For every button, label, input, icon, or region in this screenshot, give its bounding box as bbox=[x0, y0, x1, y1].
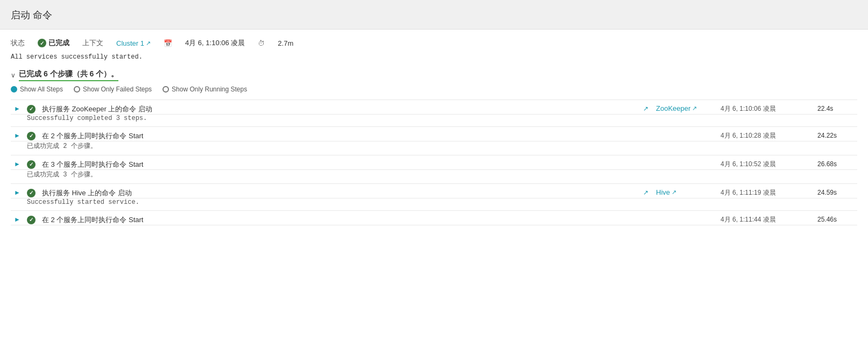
step-duration: 24.22s bbox=[817, 132, 837, 139]
filter-bar: Show All Steps Show Only Failed Steps Sh… bbox=[11, 86, 857, 93]
step-timestamp: 4月 6, 1:10:06 凌晨 bbox=[721, 105, 776, 112]
step-success-icon: ✓ bbox=[27, 105, 36, 113]
step-expand-icon[interactable]: ► bbox=[14, 105, 20, 112]
step-timestamp: 4月 6, 1:11:19 凌晨 bbox=[721, 189, 776, 196]
clock-icon: ⏱ bbox=[258, 39, 265, 47]
steps-table: ►✓执行服务 ZooKeeper 上的命令 启动↗ ZooKeeper ↗ 4月… bbox=[11, 100, 857, 225]
step-name: 执行服务 Hive 上的命令 启动 bbox=[42, 189, 132, 197]
status-success-icon: ✓ bbox=[38, 39, 46, 47]
step-name: 在 2 个服务上同时执行命令 Start bbox=[42, 132, 144, 140]
table-row: ►✓在 2 个服务上同时执行命令 Start4月 6, 1:10:28 凌晨24… bbox=[11, 127, 857, 141]
start-timestamp: 4月 6, 1:10:06 凌晨 bbox=[185, 38, 245, 48]
step-timestamp: 4月 6, 1:11:44 凌晨 bbox=[721, 216, 776, 223]
radio-running bbox=[163, 86, 169, 93]
step-expand-icon[interactable]: ► bbox=[14, 189, 20, 196]
filter-failed[interactable]: Show Only Failed Steps bbox=[74, 86, 152, 93]
filter-all-label: Show All Steps bbox=[20, 86, 63, 93]
steps-title: 已完成 6 个步骤（共 6 个）。 bbox=[19, 69, 118, 81]
calendar-icon: 📅 bbox=[164, 39, 172, 47]
step-duration: 22.4s bbox=[817, 105, 833, 112]
steps-header: ∨ 已完成 6 个步骤（共 6 个）。 bbox=[11, 69, 857, 81]
filter-all[interactable]: Show All Steps bbox=[11, 86, 63, 93]
table-row: ►✓在 2 个服务上同时执行命令 Start4月 6, 1:11:44 凌晨25… bbox=[11, 211, 857, 225]
step-duration: 26.68s bbox=[817, 160, 837, 168]
radio-failed bbox=[74, 86, 80, 93]
context-label: 上下文 bbox=[82, 38, 103, 48]
service-link[interactable]: Hive ↗ bbox=[656, 188, 714, 196]
step-duration: 24.59s bbox=[817, 189, 837, 196]
success-message: All services successfully started. bbox=[11, 53, 857, 61]
step-name: 执行服务 ZooKeeper 上的命令 启动 bbox=[42, 105, 152, 113]
table-row: ►✓执行服务 Hive 上的命令 启动↗ Hive ↗ 4月 6, 1:11:1… bbox=[11, 184, 857, 198]
step-timestamp: 4月 6, 1:10:52 凌晨 bbox=[721, 160, 776, 168]
cluster-link[interactable]: Cluster 1 ↗ bbox=[116, 39, 151, 47]
radio-all bbox=[11, 86, 17, 93]
step-name: 在 3 个服务上同时执行命令 Start bbox=[42, 160, 144, 168]
step-expand-icon[interactable]: ► bbox=[14, 216, 20, 223]
step-link-icon[interactable]: ↗ bbox=[643, 105, 648, 112]
step-success-icon: ✓ bbox=[27, 216, 36, 224]
step-sub-text: 已成功完成 2 个步骤。 bbox=[27, 143, 97, 150]
page-header: 启动 命令 bbox=[0, 0, 868, 30]
steps-toggle[interactable]: ∨ bbox=[11, 72, 16, 79]
step-sub-row: Successfully completed 3 steps. bbox=[11, 115, 857, 127]
external-link-icon: ↗ bbox=[146, 40, 151, 47]
page-title: 启动 命令 bbox=[11, 9, 857, 22]
step-duration: 25.46s bbox=[817, 216, 837, 223]
step-expand-icon[interactable]: ► bbox=[14, 132, 20, 139]
step-success-icon: ✓ bbox=[27, 132, 36, 140]
service-ext-link-icon: ↗ bbox=[692, 105, 697, 112]
step-sub-row: Successfully started service. bbox=[11, 198, 857, 211]
step-expand-icon[interactable]: ► bbox=[14, 160, 20, 168]
step-sub-text: 已成功完成 3 个步骤。 bbox=[27, 171, 97, 179]
service-ext-link-icon: ↗ bbox=[672, 189, 676, 196]
step-timestamp: 4月 6, 1:10:28 凌晨 bbox=[721, 132, 776, 139]
table-row: ►✓在 3 个服务上同时执行命令 Start4月 6, 1:10:52 凌晨26… bbox=[11, 155, 857, 170]
filter-failed-label: Show Only Failed Steps bbox=[83, 86, 152, 93]
filter-running-label: Show Only Running Steps bbox=[172, 86, 247, 93]
status-text: 已完成 bbox=[48, 38, 69, 48]
content-area: 状态 ✓ 已完成 上下文 Cluster 1 ↗ 📅 4月 6, 1:10:06… bbox=[0, 30, 868, 234]
cluster-link-text: Cluster 1 bbox=[116, 39, 144, 47]
step-sub-text: Successfully completed 3 steps. bbox=[27, 115, 147, 122]
step-sub-row: 已成功完成 2 个步骤。 bbox=[11, 141, 857, 155]
page-container: 启动 命令 状态 ✓ 已完成 上下文 Cluster 1 ↗ 📅 4月 6, 1… bbox=[0, 0, 868, 341]
status-value: ✓ 已完成 bbox=[38, 38, 69, 48]
duration-text: 2.7m bbox=[278, 39, 293, 47]
status-label: 状态 bbox=[11, 38, 25, 48]
step-link-icon[interactable]: ↗ bbox=[643, 189, 648, 196]
status-bar: 状态 ✓ 已完成 上下文 Cluster 1 ↗ 📅 4月 6, 1:10:06… bbox=[11, 38, 857, 48]
step-success-icon: ✓ bbox=[27, 189, 36, 197]
step-sub-row: 已成功完成 3 个步骤。 bbox=[11, 170, 857, 184]
filter-running[interactable]: Show Only Running Steps bbox=[163, 86, 247, 93]
table-row: ►✓执行服务 ZooKeeper 上的命令 启动↗ ZooKeeper ↗ 4月… bbox=[11, 100, 857, 115]
step-success-icon: ✓ bbox=[27, 160, 36, 169]
service-link[interactable]: ZooKeeper ↗ bbox=[656, 104, 714, 112]
step-sub-text: Successfully started service. bbox=[27, 198, 139, 206]
step-name: 在 2 个服务上同时执行命令 Start bbox=[42, 216, 144, 224]
